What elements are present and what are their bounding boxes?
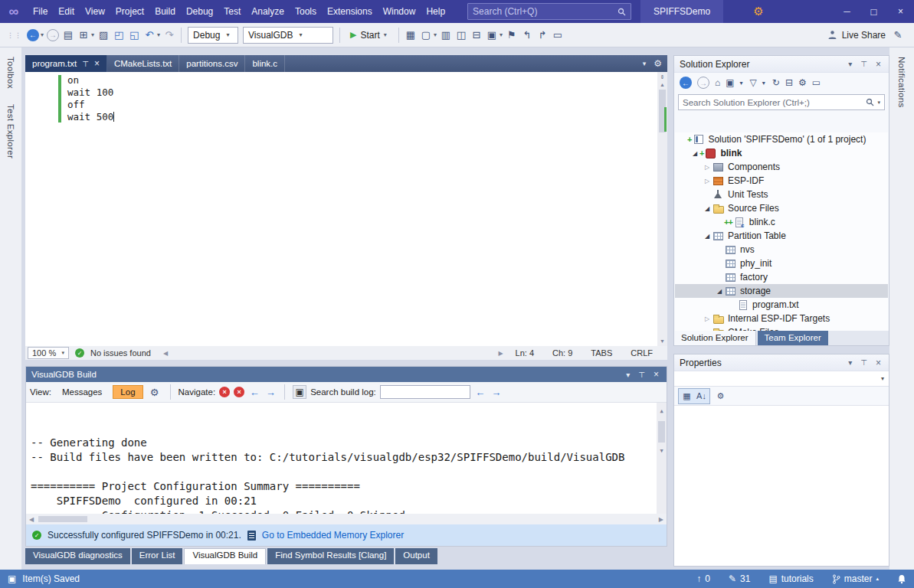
build-panel-title-bar[interactable]: VisualGDB Build <box>26 367 667 382</box>
chevron-down-icon[interactable] <box>91 31 94 38</box>
solution-search-box[interactable] <box>678 94 885 110</box>
back-icon[interactable]: ← <box>27 29 39 41</box>
view-selector-icon[interactable]: ▽ <box>750 77 757 88</box>
properties-object-dropdown[interactable] <box>674 371 889 387</box>
panel-tab-error-list[interactable]: Error List <box>132 548 183 564</box>
task-list-icon[interactable]: ▭ <box>550 27 565 44</box>
build-console[interactable]: -- Generating done-- Build files have be… <box>26 403 667 514</box>
scrollbar-thumb[interactable] <box>38 516 87 522</box>
tool-tab-solution-explorer[interactable]: Solution Explorer <box>674 331 756 345</box>
dock-tab-notifications[interactable]: Notifications <box>897 57 906 108</box>
configuration-dropdown[interactable]: Debug <box>188 27 238 44</box>
chevron-down-icon[interactable] <box>877 100 880 106</box>
scroll-left-icon[interactable] <box>163 350 168 357</box>
pending-filter-icon[interactable]: ▣ <box>726 77 734 88</box>
console-vertical-scrollbar[interactable] <box>657 403 667 514</box>
new-project-icon[interactable]: ▤ <box>61 27 76 44</box>
pin-icon[interactable] <box>860 60 867 68</box>
next-error-icon[interactable]: × <box>234 387 244 397</box>
pending-edits-indicator[interactable]: 31 <box>729 573 750 584</box>
notifications-bell[interactable] <box>897 574 906 584</box>
bookmark-icon[interactable]: ⚑ <box>504 27 519 44</box>
column-indicator[interactable]: Ch: 9 <box>552 348 572 358</box>
editor-text-area[interactable]: onwait 100offwait 500 <box>25 72 657 346</box>
properties-title-bar[interactable]: Properties <box>674 354 889 371</box>
search-next-icon[interactable]: → <box>490 387 503 398</box>
document-outline-icon[interactable]: ▥ <box>438 27 454 44</box>
tree-item-blink-c[interactable]: ++blink.c <box>675 215 888 229</box>
solution-search-input[interactable] <box>683 98 863 107</box>
menu-tools[interactable]: Tools <box>290 0 322 23</box>
tree-item-phy-init[interactable]: phy_init <box>675 256 888 270</box>
active-files-dropdown-icon[interactable] <box>643 60 647 67</box>
expander-collapsed-icon[interactable]: ▷ <box>703 315 712 322</box>
menu-project[interactable]: Project <box>110 0 149 23</box>
registers-icon[interactable]: ⊟ <box>469 27 484 44</box>
log-button[interactable]: Log <box>113 385 143 399</box>
window-position-icon[interactable] <box>848 60 852 68</box>
minimize-button[interactable] <box>834 0 860 23</box>
close-button[interactable] <box>887 0 914 23</box>
menu-build[interactable]: Build <box>149 0 181 23</box>
search-previous-icon[interactable]: ← <box>474 387 486 398</box>
clear-log-icon[interactable]: ▣ <box>293 385 306 399</box>
add-item-icon[interactable]: ⊞ <box>76 27 91 44</box>
dock-tab-test-explorer[interactable]: Test Explorer <box>6 104 15 158</box>
prev-bookmark-icon[interactable]: ↰ <box>519 27 535 44</box>
redo-icon[interactable]: ↷ <box>162 27 177 44</box>
scrollbar-thumb[interactable] <box>658 421 665 443</box>
close-icon[interactable] <box>876 358 881 368</box>
document-tab-partitions.csv[interactable]: partitions.csv <box>179 55 245 72</box>
close-icon[interactable] <box>94 58 100 69</box>
panel-tab-visualgdb-build[interactable]: VisualGDB Build <box>184 548 266 564</box>
active-project-badge[interactable]: SPIFFSDemo <box>640 0 723 23</box>
expander-expanded-icon[interactable]: ◢ <box>715 288 724 295</box>
menu-extensions[interactable]: Extensions <box>322 0 378 23</box>
home-icon[interactable]: ⌂ <box>715 77 720 88</box>
repository-indicator[interactable]: tutorials <box>768 573 813 584</box>
property-pages-icon[interactable]: ⚙ <box>713 389 728 403</box>
menu-test[interactable]: Test <box>218 0 246 23</box>
menu-debug[interactable]: Debug <box>181 0 218 23</box>
nav-back-icon[interactable]: ← <box>680 77 692 89</box>
scroll-up-icon[interactable] <box>660 82 665 87</box>
collapse-all-icon[interactable]: ⊟ <box>785 77 793 88</box>
categorized-icon[interactable]: ▦ <box>680 389 694 403</box>
close-icon[interactable] <box>654 369 659 380</box>
quick-search-box[interactable] <box>467 3 631 20</box>
live-ui-icon[interactable]: ▢ <box>418 27 434 44</box>
scroll-down-icon[interactable] <box>660 444 663 459</box>
tree-item-internal-esp-idf-targets[interactable]: ▷Internal ESP-IDF Targets <box>675 312 888 325</box>
memory-icon[interactable]: ◫ <box>454 27 469 44</box>
branch-indicator[interactable]: master ▴ <box>832 573 879 584</box>
menu-file[interactable]: File <box>28 0 53 23</box>
log-settings-icon[interactable] <box>147 384 162 400</box>
chevron-down-icon[interactable] <box>762 80 765 87</box>
refresh-icon[interactable]: ↻ <box>772 77 780 88</box>
document-tab-blink.c[interactable]: blink.c <box>245 55 285 72</box>
tree-item-solution-spiffsdemo-1-of-1-project-[interactable]: +Solution 'SPIFFSDemo' (1 of 1 project) <box>675 132 888 146</box>
update-gear-icon[interactable] <box>749 5 768 18</box>
tree-item-esp-idf[interactable]: ▷ESP-IDF <box>675 174 888 188</box>
quick-search-input[interactable] <box>473 6 618 17</box>
editor-horizontal-scrollbar[interactable] <box>157 350 509 357</box>
console-horizontal-scrollbar[interactable] <box>26 514 667 524</box>
expander-expanded-icon[interactable]: ◢ <box>703 233 712 240</box>
send-feedback-icon[interactable] <box>890 27 906 44</box>
tree-item-storage[interactable]: ◢storage <box>675 284 888 298</box>
scroll-down-icon[interactable] <box>660 338 665 344</box>
line-ending-indicator[interactable]: CRLF <box>631 348 653 358</box>
save-all-icon[interactable]: ◱ <box>126 27 142 44</box>
tree-item-program-txt[interactable]: program.txt <box>675 298 888 312</box>
navigate-back-icon[interactable]: ← <box>248 387 260 398</box>
tree-item-nvs[interactable]: nvs <box>675 243 888 256</box>
panel-tab-visualgdb-diagnostics[interactable]: VisualGDB diagnostics <box>25 548 130 564</box>
nav-forward-icon[interactable]: → <box>697 77 709 89</box>
next-bookmark-icon[interactable]: ↱ <box>535 27 550 44</box>
tree-item-factory[interactable]: factory <box>675 270 888 284</box>
solution-explorer-title-bar[interactable]: Solution Explorer <box>674 56 889 73</box>
chevron-down-icon[interactable] <box>740 80 743 87</box>
start-debug-button[interactable]: ▶ Start <box>344 27 395 44</box>
tool-tab-team-explorer[interactable]: Team Explorer <box>758 331 828 345</box>
panel-tab-find-symbol-results-clang-[interactable]: Find Symbol Results [Clang] <box>267 548 394 564</box>
